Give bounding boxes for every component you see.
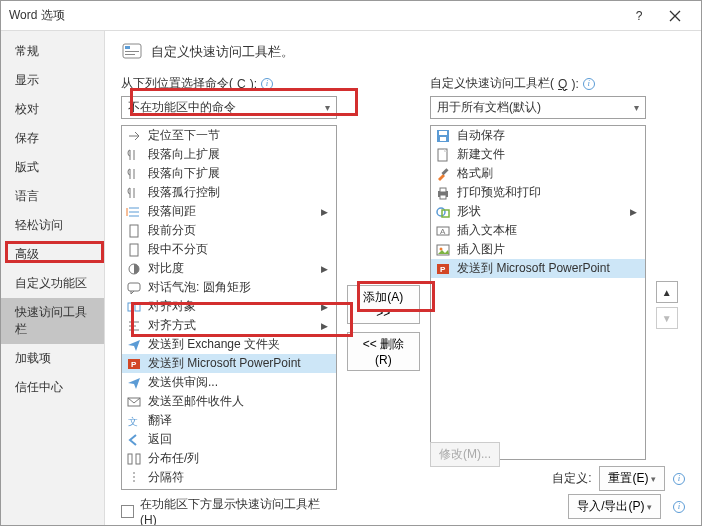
info-icon[interactable]: i [583,78,595,90]
sidebar-item[interactable]: 显示 [1,66,104,95]
sep-icon [126,470,142,486]
remove-button[interactable]: << 删除(R) [347,332,420,371]
ungroup-icon [126,489,142,491]
info-icon[interactable]: i [673,473,685,485]
mail-icon [126,394,142,410]
list-item[interactable]: 新建文件 [431,145,645,164]
list-item[interactable]: P发送到 Microsoft PowerPoint [122,354,336,373]
submenu-arrow-icon: ▶ [630,207,641,217]
list-item[interactable]: 对话气泡: 圆角矩形 [122,278,336,297]
list-item[interactable]: 发送至邮件收件人 [122,392,336,411]
add-button[interactable]: 添加(A) >> [347,285,420,324]
list-item[interactable]: 分隔符 [122,468,336,487]
sidebar-item[interactable]: 校对 [1,95,104,124]
sidebar-item[interactable]: 版式 [1,153,104,182]
customize-qat-label: 自定义快速访问工具栏(Q): i [430,75,646,92]
reset-button[interactable]: 重置(E) [599,466,665,491]
info-icon[interactable]: i [673,501,685,513]
sidebar-item[interactable]: 信任中心 [1,373,104,402]
help-button[interactable]: ? [621,2,657,30]
align2-icon [126,318,142,334]
choose-commands-label: 从下列位置选择命令(C): i [121,75,337,92]
sidebar-item[interactable]: 加载项 [1,344,104,373]
textbox-icon: A [435,223,451,239]
move-down-button[interactable]: ▼ [656,307,678,329]
list-item[interactable]: 打印预览和打印 [431,183,645,202]
svg-rect-29 [440,195,446,199]
sidebar-item[interactable]: 高级 [1,240,104,269]
list-item[interactable]: 段落向上扩展 [122,145,336,164]
list-item[interactable]: 对齐对象▶ [122,297,336,316]
list-item[interactable]: 格式刷 [431,164,645,183]
show-below-ribbon-label: 在功能区下方显示快速访问工具栏(H) [140,496,337,525]
list-item[interactable]: 发送到 Exchange 文件夹 [122,335,336,354]
list-item[interactable]: 段落间距▶ [122,202,336,221]
show-below-ribbon-checkbox[interactable] [121,505,134,518]
list-item[interactable]: P发送到 Microsoft PowerPoint [431,259,645,278]
list-item[interactable]: A插入文本框 [431,221,645,240]
submenu-arrow-icon: ▶ [321,321,332,331]
list-item[interactable]: 分解图片 [122,487,336,490]
page-icon [126,223,142,239]
modify-button[interactable]: 修改(M)... [430,442,500,467]
list-item[interactable]: 段中不分页 [122,240,336,259]
svg-text:A: A [440,227,446,236]
list-item[interactable]: 对比度▶ [122,259,336,278]
list-item[interactable]: 分布任/列 [122,449,336,468]
save-icon [435,128,451,144]
list-item[interactable]: 段落孤行控制 [122,183,336,202]
list-item[interactable]: 对齐方式▶ [122,316,336,335]
back-icon [126,432,142,448]
svg-rect-7 [128,283,140,291]
commands-category-dropdown[interactable]: 不在功能区中的命令 [121,96,337,119]
list-item[interactable]: 插入图片 [431,240,645,259]
list-item[interactable]: 段前分页 [122,221,336,240]
svg-rect-23 [439,131,447,135]
dist-icon [126,451,142,467]
svg-rect-3 [125,54,135,55]
ppt-icon: P [435,261,451,277]
image-icon [435,242,451,258]
submenu-arrow-icon: ▶ [321,302,332,312]
sidebar-item[interactable]: 保存 [1,124,104,153]
qat-scope-dropdown[interactable]: 用于所有文档(默认) [430,96,646,119]
close-button[interactable] [657,2,693,30]
sidebar: 常规显示校对保存版式语言轻松访问高级自定义功能区快速访问工具栏加载项信任中心 [1,31,105,525]
import-export-button[interactable]: 导入/导出(P) [568,494,661,519]
svg-rect-15 [136,454,140,464]
svg-rect-26 [442,168,449,175]
svg-rect-5 [130,244,138,256]
qat-commands-listbox[interactable]: 自动保存新建文件格式刷打印预览和打印形状▶A插入文本框插入图片P发送到 Micr… [430,125,646,460]
spacing-icon [126,204,142,220]
svg-rect-9 [135,303,140,311]
svg-point-30 [437,208,445,216]
sidebar-item[interactable]: 常规 [1,37,104,66]
list-item[interactable]: 返回 [122,430,336,449]
list-item[interactable]: 形状▶ [431,202,645,221]
sidebar-item[interactable]: 轻松访问 [1,211,104,240]
list-item[interactable]: 发送供审阅... [122,373,336,392]
svg-rect-28 [440,188,446,192]
brush-icon [435,166,451,182]
move-up-button[interactable]: ▲ [656,281,678,303]
close-icon [669,10,681,22]
print-icon [435,185,451,201]
svg-rect-8 [128,303,133,311]
available-commands-listbox[interactable]: 定位至下一节段落向上扩展段落向下扩展段落孤行控制段落间距▶段前分页段中不分页对比… [121,125,337,490]
sidebar-item[interactable]: 快速访问工具栏 [1,298,104,344]
svg-rect-2 [125,51,139,52]
bubble-icon [126,280,142,296]
align-icon [126,299,142,315]
para-icon [126,185,142,201]
sidebar-item[interactable]: 自定义功能区 [1,269,104,298]
dialog-title: Word 选项 [9,7,621,24]
sidebar-item[interactable]: 语言 [1,182,104,211]
list-item[interactable]: 段落向下扩展 [122,164,336,183]
custom-label: 自定义: [552,470,591,487]
list-item[interactable]: 文翻译 [122,411,336,430]
list-item[interactable]: 定位至下一节 [122,126,336,145]
info-icon[interactable]: i [261,78,273,90]
para-icon [126,147,142,163]
submenu-arrow-icon: ▶ [321,207,332,217]
list-item[interactable]: 自动保存 [431,126,645,145]
